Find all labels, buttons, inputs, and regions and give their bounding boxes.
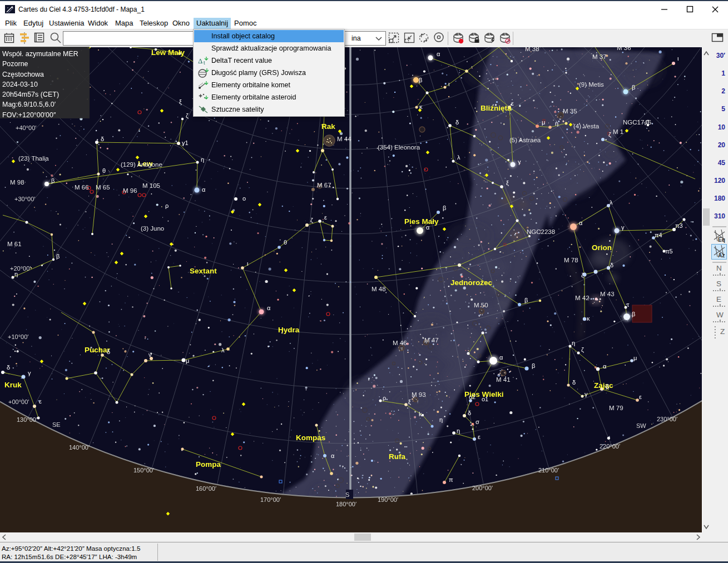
svg-text:α: α	[437, 51, 440, 57]
svg-text:δ: δ	[572, 379, 576, 386]
svg-text:(23) Thalia: (23) Thalia	[18, 155, 49, 162]
svg-text:α: α	[331, 452, 335, 459]
svg-text:δ: δ	[107, 348, 110, 355]
svg-text:210°00′: 210°00′	[538, 467, 559, 474]
svg-text:κ: κ	[419, 103, 423, 110]
svg-text:M 36: M 36	[617, 47, 631, 51]
svg-text:M 61: M 61	[7, 241, 22, 247]
svg-text:α: α	[202, 186, 206, 193]
svg-text:π4: π4	[655, 232, 662, 238]
svg-text:M 46: M 46	[393, 340, 407, 346]
svg-text:Rufa: Rufa	[389, 452, 405, 461]
svg-text:λ: λ	[610, 199, 613, 206]
svg-text:M 37: M 37	[592, 53, 607, 60]
svg-text:Pompa: Pompa	[196, 460, 221, 469]
svg-text:Lew Mały: Lew Mały	[151, 48, 185, 57]
svg-text:200°00′: 200°00′	[472, 485, 493, 491]
svg-text:(129) Antigone: (129) Antigone	[121, 161, 162, 168]
svg-text:η: η	[555, 120, 558, 127]
svg-text:220°00′: 220°00′	[600, 443, 620, 450]
svg-text:+30°00′: +30°00′	[14, 196, 35, 202]
svg-text:+10°00′: +10°00′	[8, 333, 28, 340]
svg-text:Kompas: Kompas	[296, 434, 325, 442]
svg-text:M 38: M 38	[525, 47, 539, 52]
svg-text:α: α	[426, 224, 430, 231]
svg-text:σ: σ	[476, 418, 479, 425]
svg-text:β: β	[632, 311, 635, 317]
svg-text:SW: SW	[636, 422, 646, 429]
svg-text:ζ: ζ	[310, 217, 313, 223]
svg-text:γ: γ	[28, 370, 31, 376]
svg-text:Rak: Rak	[321, 122, 335, 131]
svg-text:β: β	[51, 177, 55, 184]
svg-text:α: α	[603, 363, 607, 370]
svg-text:ξ: ξ	[408, 398, 411, 405]
svg-text:β: β	[56, 253, 60, 260]
svg-text:Δ: Δ	[198, 57, 202, 65]
svg-text:ε: ε	[478, 434, 481, 440]
svg-text:o: o	[242, 195, 246, 202]
svg-text:τ: τ	[627, 301, 630, 308]
svg-text:ξ: ξ	[179, 98, 182, 105]
svg-text:ο2: ο2	[469, 393, 476, 400]
svg-text:ε: ε	[324, 214, 327, 221]
svg-text:δ: δ	[101, 136, 104, 142]
svg-text:M 43: M 43	[600, 291, 615, 297]
svg-text:Bliźnięta: Bliźnięta	[481, 104, 512, 112]
svg-text:λ: λ	[221, 347, 225, 353]
svg-text:M 98: M 98	[10, 179, 24, 186]
svg-text:k: k	[419, 411, 422, 417]
svg-text:μ: μ	[633, 355, 637, 361]
svg-text:150°00′: 150°00′	[133, 467, 154, 474]
svg-text:M 96: M 96	[123, 187, 137, 194]
svg-text:190°00′: 190°00′	[378, 496, 398, 503]
svg-text:ε: ε	[639, 393, 642, 400]
svg-text:ο1: ο1	[482, 396, 488, 402]
svg-text:M 78: M 78	[564, 257, 578, 263]
svg-text:130°00′: 130°00′	[17, 416, 37, 423]
svg-text:μ: μ	[542, 119, 545, 126]
svg-text:γ: γ	[585, 391, 588, 397]
svg-text:140°00′: 140°00′	[69, 444, 90, 451]
svg-text:M 67: M 67	[317, 182, 331, 188]
svg-text:γ: γ	[518, 158, 521, 165]
svg-text:δ: δ	[610, 262, 613, 268]
svg-text:M 44: M 44	[337, 136, 351, 142]
svg-text:(9) Metis: (9) Metis	[579, 81, 604, 88]
svg-text:M 65: M 65	[96, 184, 110, 191]
svg-text:λ: λ	[457, 154, 460, 161]
svg-text:ε: ε	[511, 100, 514, 107]
svg-text:M 42: M 42	[575, 295, 590, 301]
svg-text:230°00′: 230°00′	[657, 416, 677, 422]
svg-text:S: S	[345, 491, 349, 498]
svg-text:Pies Mały: Pies Mały	[404, 217, 439, 226]
svg-text:ζ: ζ	[186, 112, 189, 119]
svg-text:NGC1746: NGC1746	[623, 119, 651, 126]
svg-text:κ: κ	[587, 315, 590, 322]
svg-text:M 47: M 47	[424, 337, 439, 343]
svg-text:π5: π5	[665, 248, 673, 255]
svg-text:γ1: γ1	[182, 139, 189, 146]
svg-text:Hydra: Hydra	[278, 326, 300, 334]
svg-text:M 50: M 50	[474, 302, 488, 308]
svg-text:M 35: M 35	[563, 108, 577, 114]
svg-text:ζ: ζ	[608, 131, 611, 138]
svg-text:δ: δ	[455, 119, 459, 126]
svg-text:SE: SE	[52, 421, 61, 428]
svg-text:μ: μ	[186, 357, 189, 364]
svg-text:ρ: ρ	[165, 202, 169, 209]
svg-text:α: α	[499, 354, 503, 361]
svg-text:M 93: M 93	[412, 391, 426, 398]
svg-text:δ: δ	[468, 410, 471, 416]
svg-text:NGC2238: NGC2238	[527, 228, 555, 235]
svg-text:Kruk: Kruk	[4, 381, 22, 389]
svg-text:θ: θ	[102, 167, 106, 174]
svg-text:(3) Juno: (3) Juno	[141, 225, 164, 232]
svg-text:π3: π3	[675, 222, 683, 229]
svg-text:M 79: M 79	[609, 405, 623, 411]
svg-text:(5) Astraea: (5) Astraea	[509, 137, 541, 143]
svg-text:+20°00′: +20°00′	[10, 265, 31, 272]
svg-text:ζ: ζ	[581, 272, 584, 278]
svg-text:θ: θ	[284, 239, 287, 246]
svg-text:β: β	[532, 362, 535, 369]
